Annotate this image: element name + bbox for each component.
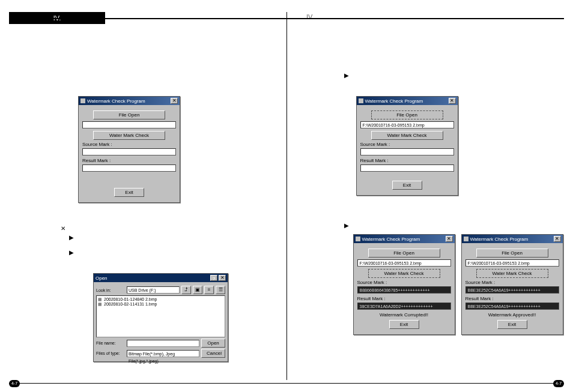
exit-button[interactable]: Exit	[389, 320, 419, 329]
right-column: ▶ Watermark Check Program ✕ File Open F:…	[287, 12, 565, 380]
source-mark-field	[360, 148, 454, 155]
file-open-button[interactable]: File Open	[476, 249, 548, 258]
page-spread: Watermark Check Program ✕ File Open Wate…	[9, 12, 564, 380]
exit-label: Exit	[508, 322, 516, 327]
cancel-button[interactable]: Cancel	[201, 349, 225, 358]
status-text: Watermark Corrupted!!	[357, 312, 451, 318]
source-mark-label: Source Mark :	[360, 142, 454, 147]
file-path-field[interactable]: F:\W20010716-03-095153 2.bmp	[465, 259, 559, 267]
close-icon[interactable]: ✕	[446, 236, 453, 242]
result-mark-field: BBE3E252C54A6A19+++++++++++++	[465, 303, 559, 310]
source-mark-label: Source Mark :	[357, 280, 451, 285]
result-mark-label: Result Mark :	[465, 296, 559, 301]
titlebar[interactable]: Watermark Check Program ✕	[357, 97, 458, 105]
titlebar[interactable]: Watermark Check Program ✕	[79, 97, 180, 105]
result-mark-field: 38CE3D7A1A6A20D2+++++++++++++	[357, 303, 451, 310]
watermark-check-label: Water Mark Check	[493, 271, 532, 276]
exit-label: Exit	[403, 182, 411, 188]
file-list[interactable]: 20020810-01-124840 2.bmp 20020810-02-114…	[96, 295, 225, 337]
file-open-label: File Open	[393, 250, 414, 256]
result-mark-field	[82, 164, 176, 172]
list-item[interactable]: 20020810-01-124840 2.bmp	[98, 297, 223, 302]
window-title: Watermark Check Program	[362, 237, 446, 242]
file-open-label: File Open	[396, 112, 417, 118]
source-mark-field: B8866B8664386785+++++++++++++	[357, 286, 451, 294]
bullet-icon: ▶	[344, 72, 349, 79]
list-item[interactable]: 20020810-02-114131 1.bmp	[98, 302, 223, 307]
watermark-dialog-a: Watermark Check Program ✕ File Open Wate…	[78, 96, 180, 203]
bullet-icon: ▶	[344, 222, 349, 229]
window-body: File Open Water Mark Check Source Mark :…	[79, 105, 180, 202]
close-icon[interactable]: ✕	[554, 236, 561, 242]
close-icon[interactable]: ✕	[171, 98, 178, 104]
exit-button[interactable]: Exit	[497, 320, 527, 329]
up-folder-icon[interactable]: ⮥	[181, 286, 191, 294]
window-title: Watermark Check Program	[365, 98, 449, 104]
status-text: Watermark Approved!!	[465, 312, 559, 318]
file-path-field[interactable]	[82, 121, 176, 128]
footnote-x-icon: ✕	[61, 225, 65, 232]
open-dialog: Open ? ✕ Look in: USB Drive (F:) ⮥ ▣ ≡ ☰…	[93, 273, 228, 362]
exit-button[interactable]: Exit	[114, 188, 144, 197]
lookin-row: Look in: USB Drive (F:) ⮥ ▣ ≡ ☰	[96, 286, 225, 294]
app-icon	[356, 237, 360, 241]
watermark-dialog-approved: Watermark Check Program ✕ File Open F:\W…	[461, 234, 563, 335]
watermark-check-label: Water Mark Check	[109, 133, 149, 138]
file-open-button[interactable]: File Open	[371, 110, 443, 119]
window-body: File Open F:\W20010716-03-095153 2.bmp W…	[357, 105, 458, 195]
watermark-check-label: Water Mark Check	[387, 133, 427, 138]
file-path-field[interactable]: F:\W20010716-03-095153 2.bmp	[357, 259, 451, 267]
watermark-check-label: Water Mark Check	[384, 271, 424, 276]
filetype-label: Files of type:	[96, 351, 125, 355]
titlebar[interactable]: Open ? ✕	[94, 274, 228, 282]
window-title: Watermark Check Program	[87, 98, 171, 104]
bullet-icon: ▶	[69, 249, 74, 256]
page-number-right: 4-7	[553, 380, 564, 387]
app-icon	[80, 98, 85, 103]
app-icon	[464, 237, 468, 241]
source-mark-label: Source Mark :	[82, 142, 176, 147]
app-icon	[359, 98, 363, 103]
filetype-dropdown[interactable]: Bitmap File(*.bmp), Jpeg File(*.jpg,*.jp…	[127, 350, 199, 357]
details-view-icon[interactable]: ☰	[216, 286, 225, 294]
file-path-field[interactable]: F:\W20010716-03-095153 2.bmp	[360, 121, 454, 128]
titlebar[interactable]: Watermark Check Program ✕	[462, 235, 563, 243]
source-mark-field: BBE3E252C54A6A19+++++++++++++	[465, 286, 559, 294]
exit-label: Exit	[125, 190, 133, 195]
file-open-button[interactable]: File Open	[368, 249, 440, 258]
source-mark-field	[82, 148, 176, 155]
watermark-check-button[interactable]: Water Mark Check	[371, 131, 443, 140]
close-icon[interactable]: ✕	[219, 275, 226, 281]
open-button[interactable]: Open	[201, 339, 225, 348]
exit-button[interactable]: Exit	[392, 181, 422, 190]
file-open-label: File Open	[502, 250, 523, 256]
window-title: Open	[96, 276, 209, 281]
watermark-check-button[interactable]: Water Mark Check	[93, 131, 165, 140]
source-mark-label: Source Mark :	[465, 280, 559, 285]
filename-input[interactable]	[127, 340, 199, 347]
filetype-row: Files of type: Bitmap File(*.bmp), Jpeg …	[96, 349, 225, 358]
result-mark-label: Result Mark :	[357, 296, 451, 301]
left-column: Watermark Check Program ✕ File Open Wate…	[9, 12, 286, 380]
exit-label: Exit	[400, 322, 408, 327]
result-mark-label: Result Mark :	[360, 158, 454, 163]
window-body: File Open F:\W20010716-03-095153 2.bmp W…	[354, 243, 455, 334]
footer-rule	[9, 383, 564, 384]
list-view-icon[interactable]: ≡	[204, 286, 214, 294]
bullet-icon: ▶	[69, 234, 74, 241]
watermark-check-button[interactable]: Water Mark Check	[368, 269, 440, 278]
new-folder-icon[interactable]: ▣	[193, 286, 202, 294]
filename-label: File name:	[96, 341, 125, 345]
window-body: File Open F:\W20010716-03-095153 2.bmp W…	[462, 243, 563, 334]
titlebar[interactable]: Watermark Check Program ✕	[354, 235, 455, 243]
lookin-dropdown[interactable]: USB Drive (F:)	[127, 286, 180, 294]
file-open-label: File Open	[119, 112, 140, 118]
filename-row: File name: Open	[96, 339, 225, 348]
close-icon[interactable]: ✕	[449, 98, 456, 104]
file-open-button[interactable]: File Open	[93, 110, 165, 119]
watermark-dialog-b: Watermark Check Program ✕ File Open F:\W…	[356, 96, 458, 196]
result-mark-label: Result Mark :	[82, 158, 176, 163]
lookin-label: Look in:	[96, 288, 125, 292]
help-icon[interactable]: ?	[210, 275, 217, 281]
watermark-check-button[interactable]: Water Mark Check	[476, 269, 548, 278]
